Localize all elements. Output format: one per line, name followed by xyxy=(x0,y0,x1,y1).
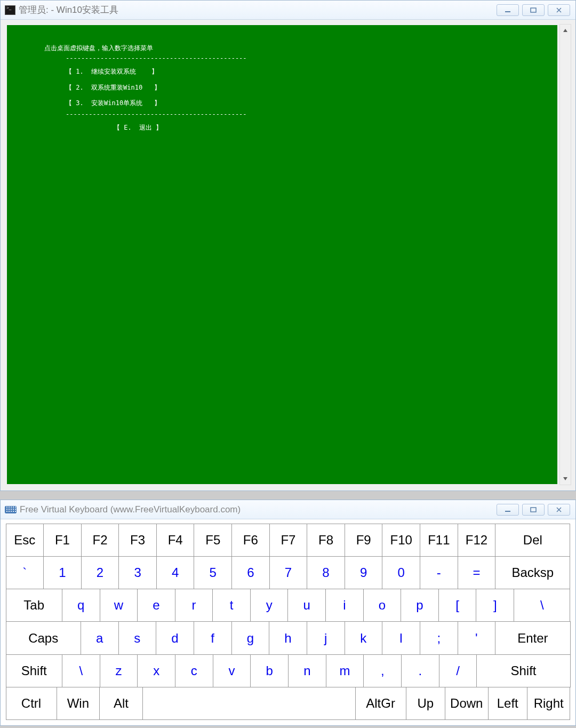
key-space[interactable]: = xyxy=(458,556,496,589)
key-f3[interactable]: F3 xyxy=(118,524,157,557)
key-9[interactable]: 9 xyxy=(345,556,383,589)
key-del[interactable]: Del xyxy=(495,524,570,557)
key-o[interactable]: o xyxy=(363,589,402,622)
key-v[interactable]: v xyxy=(213,654,251,687)
key-d[interactable]: d xyxy=(156,621,194,654)
key-f2[interactable]: F2 xyxy=(81,524,119,557)
key-backsp[interactable]: Backsp xyxy=(495,556,570,589)
key-y[interactable]: y xyxy=(250,589,289,622)
key-7[interactable]: 7 xyxy=(269,556,308,589)
key-f4[interactable]: F4 xyxy=(156,524,195,557)
console-body[interactable]: 点击桌面虚拟键盘，输入数字选择菜单 ----------------------… xyxy=(7,25,557,484)
key-h[interactable]: h xyxy=(269,621,307,654)
key-ctrl[interactable]: Ctrl xyxy=(6,687,57,720)
key-altgr[interactable]: AltGr xyxy=(355,687,406,720)
key-m[interactable]: m xyxy=(326,654,364,687)
key-f[interactable]: f xyxy=(194,621,232,654)
key-4[interactable]: 4 xyxy=(156,556,195,589)
key-k[interactable]: k xyxy=(345,621,383,654)
key-r[interactable]: r xyxy=(175,589,213,622)
key-l[interactable]: l xyxy=(382,621,420,654)
key-left[interactable]: Left xyxy=(488,687,527,720)
close-button[interactable] xyxy=(548,4,570,16)
key-g[interactable]: g xyxy=(231,621,270,654)
key-alt[interactable]: Alt xyxy=(99,687,143,720)
key-shift[interactable]: Shift xyxy=(6,654,63,687)
key-b[interactable]: b xyxy=(250,654,289,687)
kbd-maximize-button[interactable] xyxy=(522,504,545,516)
key-up[interactable]: Up xyxy=(406,687,445,720)
virtual-keyboard-window: Free Virtual Keyboard (www.FreeVirtualKe… xyxy=(0,500,576,726)
scroll-down-icon[interactable] xyxy=(560,473,571,485)
key-space[interactable]: . xyxy=(401,654,439,687)
vertical-scrollbar[interactable] xyxy=(559,24,571,485)
key-e[interactable]: e xyxy=(137,589,175,622)
key-c[interactable]: c xyxy=(175,654,213,687)
key-3[interactable]: 3 xyxy=(118,556,157,589)
keyboard-window-controls xyxy=(497,504,570,516)
key-i[interactable]: i xyxy=(325,589,364,622)
key-j[interactable]: j xyxy=(307,621,345,654)
key-f9[interactable]: F9 xyxy=(345,524,383,557)
svg-rect-7 xyxy=(531,508,536,512)
key-f6[interactable]: F6 xyxy=(231,524,270,557)
key-space[interactable]: ; xyxy=(420,621,458,654)
cmd-icon xyxy=(5,5,15,15)
key-tab[interactable]: Tab xyxy=(6,589,62,622)
key-a[interactable]: a xyxy=(81,621,119,654)
key-p[interactable]: p xyxy=(401,589,439,622)
key-f10[interactable]: F10 xyxy=(382,524,420,557)
key-shift[interactable]: Shift xyxy=(476,654,570,687)
key-space[interactable]: ` xyxy=(6,556,44,589)
key-esc[interactable]: Esc xyxy=(6,524,44,557)
key-caps[interactable]: Caps xyxy=(6,621,81,654)
keyboard-row: Shift\zxcvbnm,./Shift xyxy=(6,654,570,687)
key-x[interactable]: x xyxy=(137,654,175,687)
key-6[interactable]: 6 xyxy=(231,556,270,589)
keyboard-titlebar[interactable]: Free Virtual Keyboard (www.FreeVirtualKe… xyxy=(1,500,575,519)
key-space[interactable]: , xyxy=(363,654,402,687)
key-f8[interactable]: F8 xyxy=(307,524,345,557)
key-space[interactable]: \ xyxy=(514,589,570,622)
key-w[interactable]: w xyxy=(100,589,138,622)
menu-exit: 【 E. 退出 】 xyxy=(44,123,520,133)
key-0[interactable]: 0 xyxy=(382,556,420,589)
key-f11[interactable]: F11 xyxy=(420,524,458,557)
key-space[interactable]: / xyxy=(439,654,477,687)
scroll-up-icon[interactable] xyxy=(560,25,571,36)
key-z[interactable]: z xyxy=(100,654,138,687)
key-2[interactable]: 2 xyxy=(81,556,119,589)
key-right[interactable]: Right xyxy=(527,687,571,720)
kbd-close-button[interactable] xyxy=(548,504,570,516)
key-f5[interactable]: F5 xyxy=(194,524,232,557)
keyboard-row: Tabqwertyuiop[]\ xyxy=(6,589,570,622)
key-win[interactable]: Win xyxy=(57,687,100,720)
minimize-button[interactable] xyxy=(497,4,519,16)
key-f1[interactable]: F1 xyxy=(43,524,82,557)
key-s[interactable]: s xyxy=(118,621,157,654)
key-down[interactable]: Down xyxy=(445,687,489,720)
key-u[interactable]: u xyxy=(287,589,326,622)
key-1[interactable]: 1 xyxy=(43,556,82,589)
key-t[interactable]: t xyxy=(212,589,251,622)
key-space[interactable]: [ xyxy=(438,589,477,622)
keyboard-row: `1234567890-=Backsp xyxy=(6,556,570,589)
key-n[interactable]: n xyxy=(288,654,326,687)
key-8[interactable]: 8 xyxy=(307,556,345,589)
key-q[interactable]: q xyxy=(62,589,100,622)
key-space[interactable]: \ xyxy=(62,654,100,687)
key-f12[interactable]: F12 xyxy=(458,524,496,557)
key-space[interactable]: ] xyxy=(476,589,514,622)
window-controls xyxy=(497,4,570,16)
key-space[interactable]: - xyxy=(420,556,458,589)
key-f7[interactable]: F7 xyxy=(269,524,308,557)
console-titlebar[interactable]: 管理员: - Win10安装工具 xyxy=(1,1,575,20)
maximize-button[interactable] xyxy=(522,4,545,16)
key-enter[interactable]: Enter xyxy=(495,621,570,654)
divider-bottom: ----------------------------------------… xyxy=(44,109,520,120)
key-space[interactable] xyxy=(142,687,356,720)
key-5[interactable]: 5 xyxy=(194,556,232,589)
key-space[interactable]: ' xyxy=(458,621,496,654)
kbd-minimize-button[interactable] xyxy=(497,504,519,516)
menu-item-2: 【 2. 双系统重装Win10 】 xyxy=(44,83,520,93)
